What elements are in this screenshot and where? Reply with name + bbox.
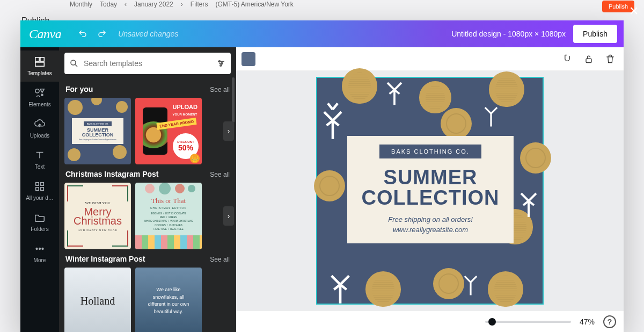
search-templates[interactable] bbox=[64, 53, 231, 74]
svg-rect-6 bbox=[36, 187, 39, 191]
subtext: Free shipping on all orders!www.reallygr… bbox=[388, 214, 473, 235]
close-modal-icon[interactable] bbox=[629, 4, 639, 18]
rail-elements[interactable]: Elements bbox=[20, 82, 59, 113]
section-for-you: For you bbox=[65, 85, 93, 93]
sidebar-rail: Templates Elements Uploads Text All your… bbox=[20, 47, 59, 332]
rail-all-designs[interactable]: All your d… bbox=[20, 175, 59, 206]
svg-point-9 bbox=[39, 248, 41, 250]
svg-rect-0 bbox=[35, 57, 39, 61]
svg-point-11 bbox=[71, 60, 76, 65]
svg-rect-5 bbox=[41, 183, 44, 186]
rail-label: Text bbox=[35, 164, 45, 170]
zoom-value: 47% bbox=[580, 317, 595, 326]
template-thumb[interactable]: This or That CHRISTMAS EDITION EGGNOG / … bbox=[135, 183, 202, 249]
styles-icon[interactable] bbox=[559, 51, 575, 67]
template-thumb[interactable]: UPLOADYOUR MOMENT END YEAR PROMO DISCOUN… bbox=[135, 98, 202, 164]
save-status: Unsaved changes bbox=[118, 30, 178, 38]
row-next-button[interactable]: › bbox=[223, 206, 234, 226]
brand-band: BAKS CLOTHING CO. bbox=[379, 145, 481, 158]
svg-rect-4 bbox=[36, 183, 39, 186]
stage[interactable]: BAKS CLOTHING CO. SUMMERCOLLECTION Free … bbox=[236, 71, 624, 311]
publish-button[interactable]: Publish bbox=[573, 25, 617, 43]
svg-rect-7 bbox=[41, 187, 44, 191]
zoom-bar: 47% ? bbox=[236, 311, 624, 332]
rail-label: Elements bbox=[28, 102, 51, 107]
template-thumb[interactable]: WE WISH YOU Merry Christmas AND HAPPY NE… bbox=[64, 183, 131, 249]
canvas-area: BAKS CLOTHING CO. SUMMERCOLLECTION Free … bbox=[236, 47, 624, 332]
editor-header: Canva Unsaved changes Untitled design - … bbox=[20, 20, 624, 47]
section-christmas: Christmas Instagram Post bbox=[65, 170, 159, 178]
help-icon[interactable]: ? bbox=[603, 315, 616, 328]
svg-point-10 bbox=[42, 248, 43, 250]
section-winter: Winter Instagram Post bbox=[65, 255, 145, 263]
undo-button[interactable] bbox=[74, 25, 91, 42]
svg-point-8 bbox=[36, 248, 38, 250]
template-thumb[interactable]: BAKS CLOTHING CO. SUMMERCOLLECTION Free … bbox=[64, 98, 131, 164]
rail-label: Uploads bbox=[30, 133, 50, 139]
rail-folders[interactable]: Folders bbox=[20, 206, 59, 237]
rail-label: More bbox=[34, 257, 46, 263]
templates-panel: For you See all BAKS CLOTHING CO. SUMMER… bbox=[59, 47, 236, 332]
rail-label: All your d… bbox=[26, 195, 54, 201]
svg-rect-2 bbox=[35, 62, 45, 66]
row-next-button[interactable]: › bbox=[223, 121, 234, 141]
design-canvas[interactable]: BAKS CLOTHING CO. SUMMERCOLLECTION Free … bbox=[317, 78, 543, 304]
template-thumb[interactable]: Holland bbox=[64, 268, 131, 332]
rail-label: Folders bbox=[31, 226, 48, 232]
background-toolbar: MonthlyToday ‹January 2022 ›Filters (GMT… bbox=[0, 0, 644, 9]
svg-point-3 bbox=[35, 89, 39, 93]
premium-badge-icon: 👑 bbox=[190, 154, 200, 163]
rail-uploads[interactable]: Uploads bbox=[20, 113, 59, 144]
svg-rect-15 bbox=[586, 59, 591, 63]
canva-logo: Canva bbox=[29, 27, 61, 41]
design-text-card[interactable]: BAKS CLOTHING CO. SUMMERCOLLECTION Free … bbox=[347, 136, 514, 243]
panel-scrollbar[interactable] bbox=[232, 77, 235, 122]
search-input[interactable] bbox=[84, 59, 211, 68]
see-all-winter[interactable]: See all bbox=[210, 256, 230, 263]
rail-more[interactable]: More bbox=[20, 237, 59, 269]
template-thumb[interactable]: We are like snowflakes, all different in… bbox=[135, 268, 202, 332]
canva-editor: Canva Unsaved changes Untitled design - … bbox=[20, 20, 624, 332]
headline: SUMMERCOLLECTION bbox=[362, 167, 500, 208]
trash-icon[interactable] bbox=[602, 51, 618, 67]
svg-rect-1 bbox=[40, 57, 44, 61]
see-all-christmas[interactable]: See all bbox=[210, 171, 230, 178]
lock-icon[interactable] bbox=[581, 51, 597, 67]
search-icon bbox=[69, 58, 79, 69]
rail-label: Templates bbox=[27, 70, 52, 76]
rail-templates[interactable]: Templates bbox=[20, 50, 59, 82]
context-toolbar bbox=[236, 47, 624, 71]
zoom-slider[interactable] bbox=[485, 321, 571, 323]
filters-icon[interactable] bbox=[216, 58, 226, 69]
zoom-knob[interactable] bbox=[488, 318, 496, 326]
redo-button[interactable] bbox=[93, 25, 111, 42]
rail-text[interactable]: Text bbox=[20, 144, 59, 175]
see-all-for-you[interactable]: See all bbox=[210, 86, 230, 93]
design-title[interactable]: Untitled design - 1080px × 1080px bbox=[451, 30, 566, 38]
color-swatch[interactable] bbox=[241, 52, 255, 66]
